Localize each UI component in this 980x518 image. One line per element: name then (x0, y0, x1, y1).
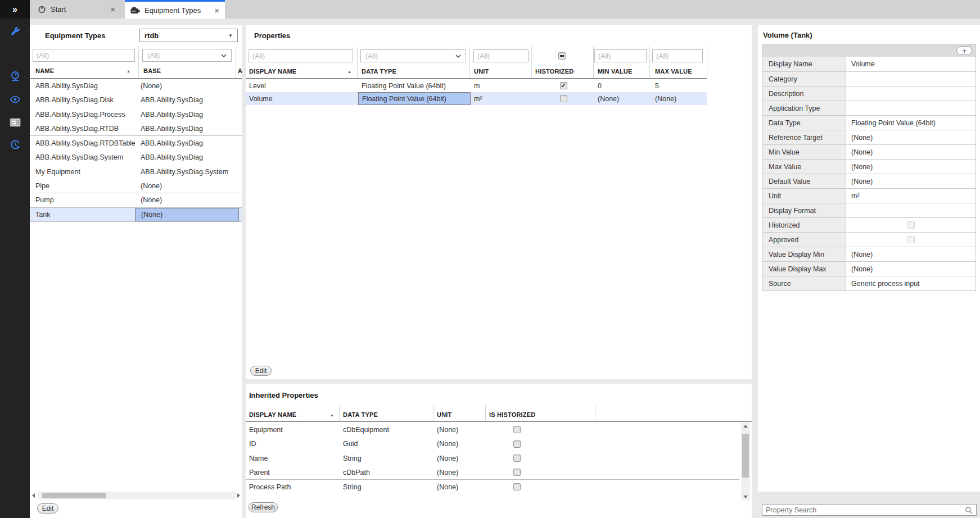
property-row[interactable]: Min Value(None) (762, 144, 976, 159)
name-filter-input[interactable] (33, 49, 135, 62)
power-icon (38, 5, 46, 13)
table-row-selected[interactable]: Tank (None) (30, 208, 242, 222)
property-row[interactable]: Unitm² (762, 188, 976, 203)
table-row-selected[interactable]: Volume Floating Point Value (64bit) m² (… (246, 92, 707, 105)
table-row[interactable]: Level Floating Point Value (64bit) m ✓ 0… (246, 79, 707, 92)
eye-icon[interactable] (10, 94, 21, 105)
model-type-select[interactable]: rtdb ▼ (139, 29, 238, 42)
column-divider (707, 47, 707, 78)
table-row[interactable]: Pipe(None) (30, 179, 242, 194)
vertical-scrollbar[interactable] (741, 422, 750, 501)
table-row[interactable]: ABB.Ability.SysDiag.ProcessABB.Ability.S… (30, 107, 242, 122)
property-row[interactable]: Max Value(None) (762, 159, 976, 174)
column-header-clipped[interactable]: A (238, 67, 242, 74)
property-row[interactable]: SourceGeneric process input (762, 276, 976, 290)
column-divider (593, 47, 594, 78)
column-header-display-name[interactable]: DISPLAY NAME (249, 411, 296, 418)
is-historized-checkbox-unchecked[interactable] (513, 455, 521, 462)
inherited-rows-viewport: Equipment cDbEquipment (None) ID Guid (N… (246, 422, 739, 518)
property-row[interactable]: Default Value(None) (762, 174, 976, 188)
column-header-name[interactable]: NAME (35, 67, 54, 74)
table-row[interactable]: ID Guid (None) (246, 437, 739, 452)
tab-equipment-types[interactable]: Equipment Types × (125, 0, 225, 19)
is-historized-checkbox-unchecked[interactable] (513, 426, 521, 433)
property-row[interactable]: Value Display Min(None) (762, 247, 976, 261)
approved-checkbox-unchecked[interactable] (907, 236, 915, 243)
base-filter-select[interactable]: (All) (142, 49, 232, 62)
column-divider (339, 405, 340, 421)
scroll-right-icon[interactable] (237, 493, 240, 498)
property-search-box[interactable] (762, 504, 977, 516)
is-historized-checkbox-unchecked[interactable] (513, 469, 521, 476)
table-row[interactable]: Process Path String (None) (246, 480, 739, 494)
table-row[interactable]: My EquipmentABB.Ability.SysDiag.System (30, 165, 242, 179)
property-row[interactable]: Description (762, 86, 976, 101)
is-historized-checkbox-unchecked[interactable] (513, 440, 521, 448)
historized-checkbox-checked[interactable]: ✓ (560, 82, 567, 89)
column-divider (595, 405, 595, 421)
horizontal-scrollbar[interactable] (30, 491, 242, 500)
display-name-filter-input[interactable] (249, 49, 353, 62)
is-historized-checkbox-unchecked[interactable] (513, 483, 521, 490)
sort-asc-icon: ▲ (127, 69, 130, 73)
data-type-filter-select[interactable]: (All) (360, 49, 466, 62)
column-header-display-name[interactable]: DISPLAY NAME (249, 68, 296, 75)
refresh-button[interactable]: Refresh (249, 502, 278, 512)
scroll-left-icon[interactable] (32, 493, 35, 498)
scroll-up-icon[interactable] (743, 425, 748, 428)
table-row[interactable]: ABB.Ability.SysDiag.RTDBABB.Ability.SysD… (30, 122, 242, 137)
property-row[interactable]: Value Display Max(None) (762, 261, 976, 276)
historized-checkbox-unchecked[interactable] (560, 95, 567, 102)
column-divider (485, 405, 486, 421)
table-row[interactable]: ABB.Ability.SysDiag.RTDBTableABB.Ability… (30, 136, 242, 151)
wrench-icon[interactable] (10, 25, 21, 37)
property-row[interactable]: Application Type (762, 101, 976, 115)
column-header-historized[interactable]: HISTORIZED (535, 68, 573, 75)
sidebar-expand-button[interactable]: » (0, 0, 30, 19)
scrollbar-track[interactable] (38, 492, 236, 499)
column-header-base[interactable]: BASE (143, 67, 161, 74)
scrollbar-thumb[interactable] (42, 493, 106, 498)
property-row[interactable]: Display NameVolume (762, 57, 976, 71)
add-property-button[interactable]: + (956, 46, 972, 55)
scrollbar-thumb[interactable] (742, 434, 749, 478)
property-row[interactable]: Reference Target(None) (762, 130, 976, 144)
table-row[interactable]: Pump(None) (30, 193, 242, 208)
gauge-icon[interactable] (10, 71, 21, 82)
close-icon[interactable]: × (110, 5, 115, 13)
table-row[interactable]: ABB.Ability.SysDiag.DiskABB.Ability.SysD… (30, 93, 242, 108)
edit-button[interactable]: Edit (250, 366, 272, 376)
property-row[interactable]: Historized (762, 217, 976, 232)
scroll-down-icon[interactable] (743, 496, 748, 498)
chevron-down-icon (455, 54, 461, 58)
column-header-unit[interactable]: UNIT (474, 68, 489, 75)
property-row[interactable]: Category (762, 71, 976, 86)
column-header-max-value[interactable]: MAX VALUE (655, 68, 692, 75)
column-header-data-type[interactable]: DATA TYPE (362, 68, 396, 75)
reports-icon[interactable] (10, 117, 21, 128)
column-divider (469, 47, 470, 78)
property-search-input[interactable] (766, 506, 965, 514)
max-value-filter-input[interactable] (652, 49, 703, 62)
table-row[interactable]: Parent cDbPath (None) (246, 466, 739, 480)
historized-filter-checkbox[interactable] (558, 52, 566, 60)
property-detail-panel: Volume (Tank) + Display NameVolume Categ… (758, 25, 980, 518)
min-value-filter-input[interactable] (594, 49, 647, 62)
column-header-unit[interactable]: UNIT (437, 411, 451, 418)
table-row[interactable]: Equipment cDbEquipment (None) (246, 422, 739, 437)
tab-start[interactable]: Start × (32, 0, 121, 19)
property-row[interactable]: Approved (762, 232, 976, 247)
history-icon[interactable] (10, 139, 21, 151)
table-row[interactable]: ABB.Ability.SysDiag.SystemABB.Ability.Sy… (30, 151, 242, 165)
column-header-data-type[interactable]: DATA TYPE (343, 411, 378, 418)
column-header-min-value[interactable]: MIN VALUE (598, 68, 632, 75)
property-row[interactable]: Display Format (762, 203, 976, 217)
column-header-is-historized[interactable]: IS HISTORIZED (489, 411, 535, 418)
historized-checkbox-unchecked[interactable] (907, 221, 915, 229)
unit-filter-input[interactable] (473, 49, 529, 62)
table-row[interactable]: ABB.Ability.SysDiag(None) (30, 79, 242, 93)
property-row[interactable]: Data TypeFloating Point Value (64bit) (762, 115, 976, 130)
close-icon[interactable]: × (214, 6, 219, 15)
edit-button[interactable]: Edit (37, 503, 58, 514)
table-row[interactable]: Name String (None) (246, 451, 739, 466)
